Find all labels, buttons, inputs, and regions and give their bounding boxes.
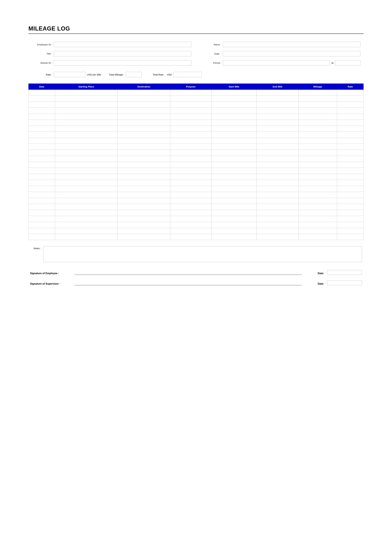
- table-row: [29, 138, 363, 144]
- table-cell: [117, 90, 170, 96]
- col-mileage: Mileage: [299, 84, 337, 90]
- table-cell: [29, 222, 55, 228]
- table-row: [29, 168, 363, 174]
- table-cell: [211, 156, 257, 162]
- table-cell: [299, 96, 337, 102]
- table-cell: [257, 186, 299, 192]
- rate-section: Rate : USD per Mile Total Mileage : Tota…: [29, 72, 363, 77]
- table-cell: [55, 222, 118, 228]
- table-cell: [257, 102, 299, 108]
- table-cell: [117, 162, 170, 168]
- table-cell: [29, 156, 55, 162]
- table-cell: [170, 90, 211, 96]
- table-cell: [211, 192, 257, 198]
- table-cell: [211, 96, 257, 102]
- table-cell: [55, 144, 118, 150]
- table-cell: [257, 168, 299, 174]
- table-cell: [299, 138, 337, 144]
- supervisor-date-input[interactable]: [327, 280, 362, 285]
- total-rate-input[interactable]: [173, 72, 202, 77]
- table-cell: [117, 120, 170, 126]
- table-cell: [211, 90, 257, 96]
- table-cell: [29, 90, 55, 96]
- table-cell: [257, 132, 299, 138]
- table-cell: [55, 192, 118, 198]
- total-mileage-input[interactable]: [126, 72, 142, 77]
- table-cell: [55, 198, 118, 204]
- table-cell: [211, 126, 257, 132]
- table-cell: [55, 216, 118, 222]
- period-start-input[interactable]: [223, 60, 330, 66]
- table-cell: [211, 186, 257, 192]
- page-title: MILEAGE LOG: [29, 25, 363, 32]
- table-row: [29, 174, 363, 180]
- table-cell: [299, 234, 337, 240]
- table-cell: [117, 126, 170, 132]
- table-cell: [170, 168, 211, 174]
- table-row: [29, 114, 363, 120]
- table-cell: [337, 222, 363, 228]
- table-cell: [337, 108, 363, 114]
- employee-id-input[interactable]: [54, 42, 191, 47]
- table-cell: [170, 132, 211, 138]
- table-cell: [299, 126, 337, 132]
- table-cell: [170, 210, 211, 216]
- table-cell: [257, 204, 299, 210]
- col-purpose: Purpose: [170, 84, 211, 90]
- table-cell: [257, 162, 299, 168]
- table-row: [29, 234, 363, 240]
- table-cell: [29, 102, 55, 108]
- table-cell: [117, 216, 170, 222]
- table-cell: [211, 132, 257, 138]
- table-cell: [29, 204, 55, 210]
- title-input[interactable]: [54, 51, 191, 56]
- period-end-input[interactable]: [335, 60, 360, 66]
- table-cell: [211, 234, 257, 240]
- table-cell: [211, 168, 257, 174]
- table-cell: [29, 108, 55, 114]
- dept-input[interactable]: [223, 51, 360, 56]
- title-divider: [29, 34, 363, 34]
- table-cell: [299, 90, 337, 96]
- table-cell: [299, 102, 337, 108]
- table-cell: [29, 138, 55, 144]
- name-label: Name :: [201, 43, 221, 46]
- table-cell: [299, 150, 337, 156]
- table-cell: [337, 102, 363, 108]
- table-cell: [55, 120, 118, 126]
- col-end-mile: End Mile: [257, 84, 299, 90]
- table-cell: [211, 108, 257, 114]
- table-cell: [29, 192, 55, 198]
- table-row: [29, 180, 363, 186]
- table-cell: [211, 222, 257, 228]
- table-cell: [211, 114, 257, 120]
- employee-id-label: Employee ID :: [32, 43, 52, 46]
- table-cell: [29, 198, 55, 204]
- table-cell: [117, 132, 170, 138]
- table-cell: [170, 228, 211, 234]
- table-cell: [257, 156, 299, 162]
- table-cell: [211, 204, 257, 210]
- table-header-row: Date Starting Place Destination Purpose …: [29, 84, 363, 90]
- table-cell: [257, 96, 299, 102]
- employee-signature-row: Signature of Employee : Date:: [30, 270, 362, 275]
- table-row: [29, 186, 363, 192]
- table-cell: [29, 228, 55, 234]
- table-cell: [170, 108, 211, 114]
- notes-textarea[interactable]: [43, 246, 362, 262]
- vehicle-id-input[interactable]: [54, 60, 191, 66]
- table-cell: [170, 120, 211, 126]
- table-cell: [299, 114, 337, 120]
- table-cell: [211, 174, 257, 180]
- table-cell: [29, 186, 55, 192]
- table-row: [29, 90, 363, 96]
- table-cell: [299, 168, 337, 174]
- table-cell: [170, 174, 211, 180]
- table-cell: [299, 180, 337, 186]
- table-cell: [117, 174, 170, 180]
- name-input[interactable]: [223, 42, 360, 47]
- rate-input[interactable]: [54, 72, 85, 77]
- employee-date-input[interactable]: [327, 270, 362, 275]
- table-row: [29, 126, 363, 132]
- table-cell: [55, 204, 118, 210]
